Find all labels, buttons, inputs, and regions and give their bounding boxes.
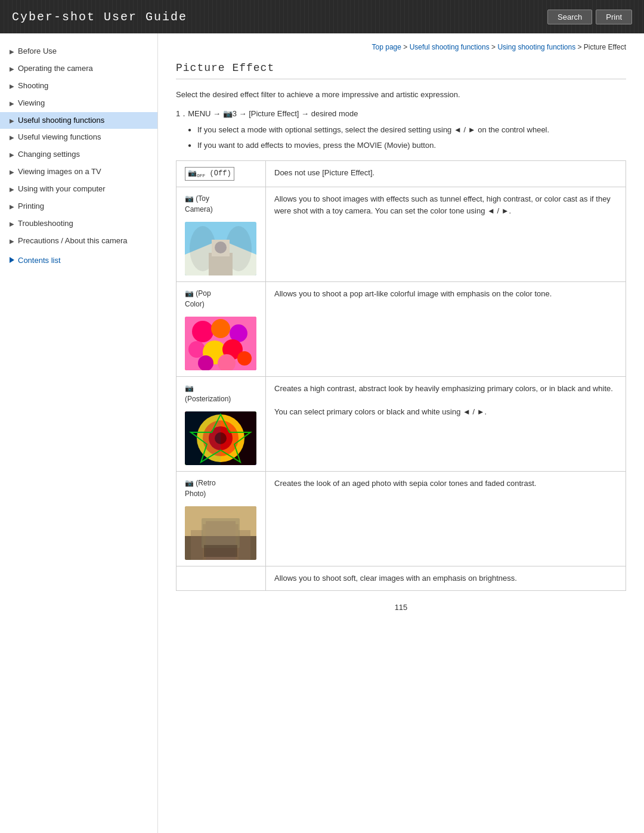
effect-icon-toy: 📷 (ToyCamera) <box>185 193 257 275</box>
table-row-pop: 📷 (PopColor) <box>177 282 626 377</box>
svg-point-8 <box>192 321 213 342</box>
description-cell-pop: Allows you to shoot a pop art-like color… <box>266 282 626 377</box>
sidebar-item-troubleshooting[interactable]: ▶ Troubleshooting <box>0 215 157 233</box>
icon-cell-poster: 📷(Posterization) <box>177 377 266 472</box>
bullet-item-1: If you select a mode with optional setti… <box>188 124 626 136</box>
chevron-right-icon: ▶ <box>10 100 14 107</box>
description-cell-toy: Allows you to shoot images with effects … <box>266 187 626 282</box>
chevron-right-icon: ▶ <box>10 151 14 159</box>
arrow-right-icon <box>10 257 14 263</box>
svg-point-11 <box>188 341 205 358</box>
effect-icon-retro: 📷 (RetroPhoto) <box>185 478 257 560</box>
retro-photo <box>185 506 256 560</box>
header: Cyber-shot User Guide Search Print <box>0 0 644 33</box>
app-title: Cyber-shot User Guide <box>12 10 187 24</box>
table-row-off: 📷OFF (Off) Does not use [Picture Effect]… <box>177 161 626 187</box>
sidebar: ▶ Before Use ▶ Operating the camera ▶ Sh… <box>0 33 158 833</box>
table-row-poster: 📷(Posterization) <box>177 377 626 472</box>
sidebar-item-computer[interactable]: ▶ Using with your computer <box>0 181 157 198</box>
breadcrumb-using[interactable]: Using shooting functions <box>497 43 575 51</box>
page-title: Picture Effect <box>176 62 626 79</box>
sidebar-item-shooting[interactable]: ▶ Shooting <box>0 78 157 95</box>
effect-icon-pop: 📷 (PopColor) <box>185 288 257 370</box>
intro-text: Select the desired effect filter to achi… <box>176 89 626 101</box>
off-description: Does not use [Picture Effect]. <box>274 168 374 177</box>
sidebar-item-changing-settings[interactable]: ▶ Changing settings <box>0 146 157 163</box>
breadcrumb-top[interactable]: Top page <box>372 43 401 51</box>
icon-cell-soft <box>177 566 266 591</box>
page-number: 115 <box>176 603 626 612</box>
sidebar-item-useful-viewing[interactable]: ▶ Useful viewing functions <box>0 129 157 146</box>
chevron-right-icon: ▶ <box>10 65 14 73</box>
breadcrumb-sep3: > <box>578 43 584 51</box>
chevron-right-icon: ▶ <box>10 48 14 55</box>
chevron-right-icon: ▶ <box>10 220 14 228</box>
off-icon: 📷OFF (Off) <box>185 167 234 181</box>
svg-point-14 <box>198 355 213 370</box>
table-row-toy: 📷 (ToyCamera) <box>177 187 626 282</box>
poster-photo <box>185 411 256 465</box>
table-row-soft: Allows you to shoot soft, clear images w… <box>177 566 626 591</box>
sidebar-item-useful-shooting[interactable]: ▶ Useful shooting functions <box>0 112 157 129</box>
toy-icon: 📷 (ToyCamera) <box>185 193 213 215</box>
search-button[interactable]: Search <box>547 10 592 24</box>
chevron-right-icon: ▶ <box>10 237 14 245</box>
sidebar-item-viewing[interactable]: ▶ Viewing <box>0 95 157 112</box>
sidebar-item-before-use[interactable]: ▶ Before Use <box>0 43 157 60</box>
effect-icon-poster: 📷(Posterization) <box>185 383 257 465</box>
step-text: 1．MENU → 📷3 → [Picture Effect] → desired… <box>176 108 626 120</box>
header-buttons: Search Print <box>547 10 632 24</box>
description-cell-soft: Allows you to shoot soft, clear images w… <box>266 566 626 591</box>
page-layout: ▶ Before Use ▶ Operating the camera ▶ Sh… <box>0 33 644 833</box>
chevron-right-icon: ▶ <box>10 134 14 141</box>
svg-point-6 <box>215 241 227 253</box>
bullet-item-2: If you want to add effects to movies, pr… <box>188 140 626 151</box>
chevron-right-icon: ▶ <box>10 185 14 193</box>
bullet-list: If you select a mode with optional setti… <box>188 124 626 151</box>
breadcrumb-sep1: > <box>403 43 409 51</box>
icon-cell-toy: 📷 (ToyCamera) <box>177 187 266 282</box>
svg-rect-32 <box>202 518 240 548</box>
main-content: Top page > Useful shooting functions > U… <box>158 33 644 833</box>
table-row-retro: 📷 (RetroPhoto) <box>177 472 626 566</box>
retro-icon: 📷 (RetroPhoto) <box>185 478 216 499</box>
toy-photo <box>185 222 256 275</box>
breadcrumb: Top page > Useful shooting functions > U… <box>176 43 626 51</box>
svg-rect-23 <box>185 411 221 465</box>
chevron-right-icon: ▶ <box>10 168 14 176</box>
poster-icon: 📷(Posterization) <box>185 383 231 404</box>
sidebar-item-precautions[interactable]: ▶ Precautions / About this camera <box>0 233 157 250</box>
sidebar-item-viewing-tv[interactable]: ▶ Viewing images on a TV <box>0 163 157 181</box>
description-cell-poster: Creates a high contrast, abstract look b… <box>266 377 626 472</box>
icon-cell-retro: 📷 (RetroPhoto) <box>177 472 266 566</box>
contents-list-label: Contents list <box>18 256 61 265</box>
svg-point-9 <box>211 319 230 338</box>
icon-cell-off: 📷OFF (Off) <box>177 161 266 187</box>
icon-cell-pop: 📷 (PopColor) <box>177 282 266 377</box>
svg-rect-33 <box>204 545 237 557</box>
svg-point-16 <box>237 351 252 366</box>
breadcrumb-useful[interactable]: Useful shooting functions <box>410 43 490 51</box>
pop-icon: 📷 (PopColor) <box>185 288 211 309</box>
breadcrumb-sep2: > <box>491 43 497 51</box>
svg-rect-24 <box>221 411 256 465</box>
chevron-right-icon: ▶ <box>10 82 14 90</box>
effects-table: 📷OFF (Off) Does not use [Picture Effect]… <box>176 160 626 591</box>
sidebar-item-printing[interactable]: ▶ Printing <box>0 198 157 215</box>
print-button[interactable]: Print <box>596 10 632 24</box>
pop-photo <box>185 317 256 370</box>
description-cell-retro: Creates the look of an aged photo with s… <box>266 472 626 566</box>
effect-icon-off: 📷OFF (Off) <box>185 167 257 181</box>
description-cell-off: Does not use [Picture Effect]. <box>266 161 626 187</box>
sidebar-item-operating[interactable]: ▶ Operating the camera <box>0 60 157 78</box>
chevron-right-icon: ▶ <box>10 117 14 125</box>
contents-list-link[interactable]: Contents list <box>0 250 157 271</box>
chevron-right-icon: ▶ <box>10 203 14 210</box>
breadcrumb-current: Picture Effect <box>584 43 626 51</box>
